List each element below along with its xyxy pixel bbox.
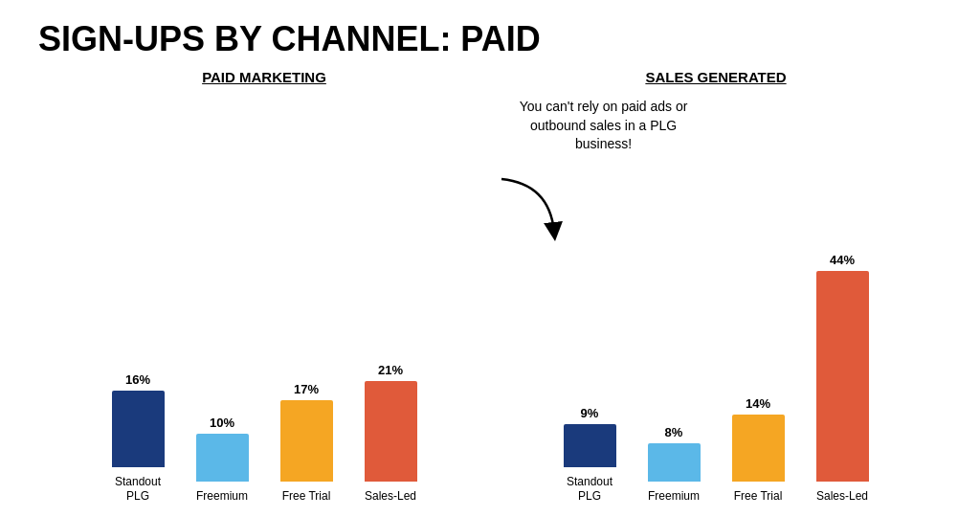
annotation-arrow [492, 174, 568, 241]
bar-axis-label: Freemium [196, 489, 248, 503]
sales-generated-bars: 9%Standout PLG8%Freemium14%Free Trial44%… [490, 95, 942, 507]
paid-marketing-section: PAID MARKETING 16%Standout PLG10%Freemiu… [38, 69, 490, 507]
annotation-text: You can't rely on paid ads or outbound s… [513, 98, 695, 154]
page-title: SIGN-UPS BY CHANNEL: PAID [38, 19, 942, 59]
bar-group: 16%Standout PLG [104, 372, 171, 503]
bar-axis-label: Free Trial [734, 489, 783, 503]
bar-value-label: 9% [581, 406, 599, 420]
sales-generated-heading: SALES GENERATED [490, 69, 942, 85]
bar-axis-label: Sales-Led [816, 489, 868, 503]
bar-rect [732, 415, 785, 482]
bar-group: 44%Sales-Led [809, 253, 876, 503]
bar-rect [564, 424, 616, 467]
paid-marketing-heading: PAID MARKETING [38, 69, 490, 85]
bar-axis-label: Standout PLG [556, 475, 623, 503]
charts-area: PAID MARKETING 16%Standout PLG10%Freemiu… [38, 69, 942, 507]
paid-marketing-bars: 16%Standout PLG10%Freemium17%Free Trial2… [38, 95, 490, 507]
bar-axis-label: Standout PLG [104, 475, 171, 503]
bar-group: 10%Freemium [189, 416, 256, 503]
bar-value-label: 21% [378, 363, 403, 377]
bar-axis-label: Sales-Led [365, 489, 416, 503]
bar-value-label: 10% [210, 416, 234, 430]
bar-group: 9%Standout PLG [556, 406, 623, 503]
sales-generated-section: SALES GENERATED 9%Standout PLG8%Freemium… [490, 69, 942, 507]
bar-group: 8%Freemium [640, 425, 707, 503]
bar-value-label: 16% [125, 372, 150, 387]
bar-group: 17%Free Trial [273, 382, 340, 503]
bar-value-label: 8% [665, 425, 683, 439]
page-container: SIGN-UPS BY CHANNEL: PAID PAID MARKETING… [0, 0, 980, 517]
bar-group: 14%Free Trial [724, 396, 791, 503]
bar-group: 21%Sales-Led [357, 363, 424, 503]
bar-rect [648, 443, 701, 482]
bar-value-label: 17% [294, 382, 319, 396]
bar-value-label: 14% [746, 396, 770, 411]
bar-rect [816, 271, 869, 482]
bar-rect [365, 381, 417, 482]
bar-axis-label: Freemium [648, 489, 700, 503]
bar-rect [112, 391, 165, 467]
bar-axis-label: Free Trial [282, 489, 331, 503]
bar-rect [196, 434, 249, 482]
bar-value-label: 44% [830, 253, 855, 267]
bar-rect [280, 400, 333, 482]
